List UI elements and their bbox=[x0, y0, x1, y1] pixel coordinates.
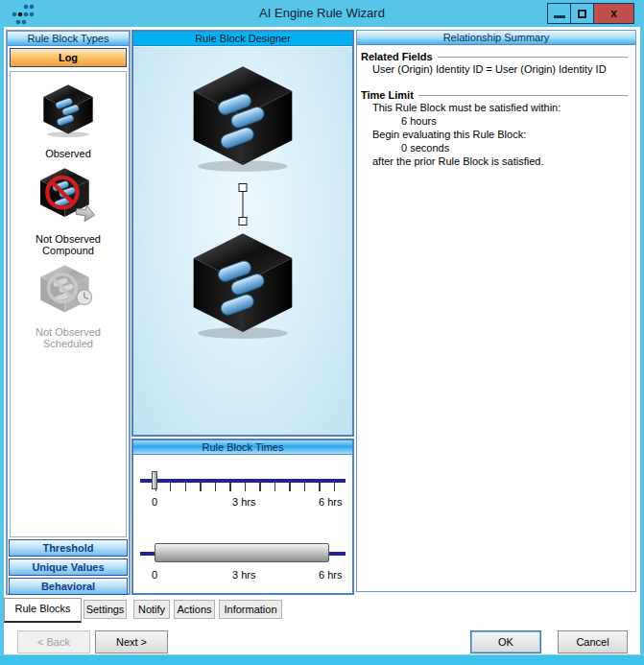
type-item-label: Not Observed Compound bbox=[11, 233, 126, 256]
slider1-axis-labels: 0 3 hrs 6 hrs bbox=[133, 496, 352, 509]
tab-information[interactable]: Information bbox=[219, 600, 282, 619]
window-controls: x bbox=[547, 3, 634, 24]
slider-tick-marks bbox=[155, 483, 335, 491]
rule-block-1-cube-icon[interactable] bbox=[186, 64, 299, 172]
time-limit-value-seconds: 0 seconds bbox=[361, 141, 630, 154]
maximize-icon bbox=[578, 10, 586, 18]
type-item-not-observed-compound[interactable]: Not Observed Compound bbox=[11, 167, 126, 256]
tab-actions[interactable]: Actions bbox=[174, 600, 215, 619]
rule-block-types-header: Rule Block Types bbox=[8, 32, 129, 46]
related-fields-section-title: Related Fields bbox=[361, 51, 630, 62]
minimize-button[interactable] bbox=[548, 4, 571, 23]
rule-block-type-list: Observed bbox=[10, 71, 127, 537]
maximize-button[interactable] bbox=[571, 4, 594, 23]
begin-eval-slider-thumb[interactable] bbox=[152, 471, 157, 489]
time-limit-line: This Rule Block must be satisfied within… bbox=[361, 101, 630, 114]
designer-column: Rule Block Designer bbox=[131, 30, 354, 595]
category-threshold-button[interactable]: Threshold bbox=[9, 539, 128, 557]
related-fields-value: User (Origin) Identity ID = User (Origin… bbox=[361, 62, 630, 76]
type-item-not-observed-scheduled: Not Observed Scheduled bbox=[11, 264, 126, 349]
spacer bbox=[361, 76, 630, 87]
connector-handle-bottom[interactable] bbox=[239, 217, 248, 226]
type-item-label: Observed bbox=[11, 148, 126, 159]
rule-block-2-cube-icon[interactable] bbox=[186, 231, 299, 339]
wizard-body: Rule Block Types Log bbox=[4, 27, 640, 654]
category-unique-values-button[interactable]: Unique Values bbox=[9, 558, 128, 576]
time-limit-line: after the prior Rule Block is satisfied. bbox=[361, 154, 630, 168]
back-button: < Back bbox=[17, 630, 90, 653]
not-observed-compound-icon bbox=[36, 167, 100, 223]
type-item-label: Not Observed Scheduled bbox=[11, 326, 126, 349]
tab-notify[interactable]: Notify bbox=[133, 600, 170, 619]
rule-block-designer-panel: Rule Block Designer bbox=[131, 30, 354, 437]
designer-canvas[interactable] bbox=[133, 47, 352, 435]
rule-block-times-panel: Rule Block Times 0 3 hrs 6 hrs 0 3 hrs bbox=[131, 439, 354, 595]
axis-label-0: 0 bbox=[152, 496, 157, 508]
axis-label-3hrs: 3 hrs bbox=[232, 496, 255, 508]
axis-label-6hrs: 6 hrs bbox=[319, 496, 342, 508]
section-divider bbox=[438, 57, 628, 58]
ai-engine-rule-wizard-window: AI Engine Rule Wizard x Rule Block Types… bbox=[0, 0, 644, 665]
minimize-icon bbox=[554, 15, 565, 18]
time-limit-line: Begin evaluating this Rule Block: bbox=[361, 128, 630, 141]
tab-settings[interactable]: Settings bbox=[83, 600, 127, 619]
rule-block-times-header: Rule Block Times bbox=[133, 440, 352, 455]
type-item-observed[interactable]: Observed bbox=[11, 83, 126, 159]
tab-rule-blocks[interactable]: Rule Blocks bbox=[4, 598, 82, 623]
rule-block-connector[interactable] bbox=[239, 183, 248, 226]
relationship-summary-panel: Relationship Summary Related Fields User… bbox=[356, 30, 636, 592]
relationship-summary-header: Relationship Summary bbox=[357, 31, 635, 45]
next-button[interactable]: Next > bbox=[95, 630, 168, 653]
window-bottom-border bbox=[0, 654, 644, 665]
observed-cube-icon bbox=[37, 83, 99, 137]
times-slider-area: 0 3 hrs 6 hrs 0 3 hrs 6 hrs bbox=[133, 456, 352, 593]
not-observed-scheduled-icon bbox=[36, 264, 100, 316]
time-limit-section-title: Time Limit bbox=[361, 89, 630, 101]
rule-block-types-panel: Rule Block Types Log bbox=[6, 30, 131, 595]
cancel-button[interactable]: Cancel bbox=[558, 630, 628, 653]
category-log-button[interactable]: Log bbox=[10, 48, 127, 67]
axis-label-3hrs: 3 hrs bbox=[232, 569, 255, 581]
rule-block-designer-header: Rule Block Designer bbox=[133, 32, 352, 46]
section-divider bbox=[418, 95, 628, 96]
connector-handle-top[interactable] bbox=[239, 183, 248, 192]
close-icon: x bbox=[610, 7, 617, 20]
time-limit-range-bar[interactable] bbox=[155, 543, 329, 562]
relationship-summary-body: Related Fields User (Origin) Identity ID… bbox=[357, 45, 635, 168]
ok-button[interactable]: OK bbox=[470, 630, 541, 653]
axis-label-6hrs: 6 hrs bbox=[319, 569, 342, 581]
axis-label-0: 0 bbox=[152, 569, 157, 581]
close-button[interactable]: x bbox=[594, 4, 633, 23]
time-limit-value-hours: 6 hours bbox=[361, 114, 630, 128]
category-behavioral-button[interactable]: Behavioral bbox=[9, 578, 128, 595]
title-bar: AI Engine Rule Wizard x bbox=[0, 0, 644, 27]
slider2-axis-labels: 0 3 hrs 6 hrs bbox=[133, 569, 352, 582]
